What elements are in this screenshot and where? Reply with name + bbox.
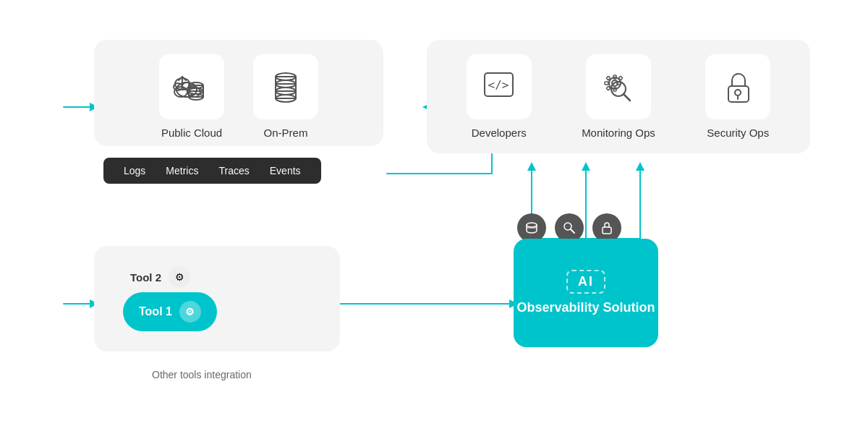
on-prem-item: On-Prem	[253, 54, 318, 139]
security-ops-item: Security Ops	[705, 54, 770, 139]
pill-bar: Logs Metrics Traces Events	[103, 158, 321, 184]
svg-rect-26	[605, 82, 608, 85]
monitoring-ops-label: Monitoring Ops	[582, 127, 655, 139]
tool1-label: Tool 1	[139, 305, 172, 318]
other-tools-label: Other tools integration	[152, 369, 252, 380]
tool2-row: Tool 2 ⚙	[130, 266, 320, 288]
monitoring-ops-icon-box	[586, 54, 651, 119]
svg-rect-40	[603, 227, 611, 234]
tool2-label: Tool 2	[130, 271, 161, 284]
monitoring-ops-item: Monitoring Ops	[582, 54, 655, 139]
developers-icon: </>	[479, 69, 519, 105]
developers-icon-box: </>	[467, 54, 532, 119]
svg-text:</>: </>	[488, 78, 509, 92]
lock-circle-icon	[592, 213, 621, 242]
security-ops-icon-box	[705, 54, 770, 119]
pill-traces: Traces	[218, 165, 249, 176]
database-circle-icon	[517, 213, 546, 242]
search-circle-icon	[555, 213, 584, 242]
svg-point-34	[735, 90, 741, 95]
security-ops-label: Security Ops	[707, 127, 769, 139]
svg-rect-33	[728, 86, 749, 102]
svg-line-39	[571, 229, 574, 233]
tool1-icon: ⚙	[179, 301, 201, 323]
security-ops-icon	[718, 67, 758, 107]
on-prem-label: On-Prem	[264, 127, 308, 139]
bottom-left-panel: Tool 2 ⚙ Tool 1 ⚙	[94, 246, 340, 352]
pill-events: Events	[270, 165, 301, 176]
icon-circles	[517, 213, 621, 242]
ai-label: AI	[566, 270, 605, 294]
monitoring-ops-icon	[597, 67, 640, 107]
public-cloud-label: Public Cloud	[161, 127, 222, 139]
top-right-panel: </> Developers	[427, 40, 810, 153]
svg-line-32	[624, 94, 630, 101]
public-cloud-icon	[171, 68, 213, 106]
developers-item: </> Developers	[467, 54, 532, 139]
pill-logs: Logs	[124, 165, 145, 176]
observability-box: AI Observability Solution	[514, 239, 658, 347]
tool1-button[interactable]: Tool 1 ⚙	[123, 292, 217, 331]
developers-label: Developers	[472, 127, 527, 139]
observability-title: Observability Solution	[516, 299, 655, 316]
pill-metrics: Metrics	[166, 165, 198, 176]
tool2-icon: ⚙	[169, 266, 190, 288]
public-cloud-item: Public Cloud	[159, 54, 224, 139]
svg-point-36	[527, 223, 537, 227]
on-prem-icon-box	[253, 54, 318, 119]
on-prem-icon	[266, 68, 306, 106]
top-left-panel: Public Cloud On-Prem	[94, 40, 383, 146]
public-cloud-icon-box	[159, 54, 224, 119]
diagram: Public Cloud On-Prem	[0, 0, 868, 434]
